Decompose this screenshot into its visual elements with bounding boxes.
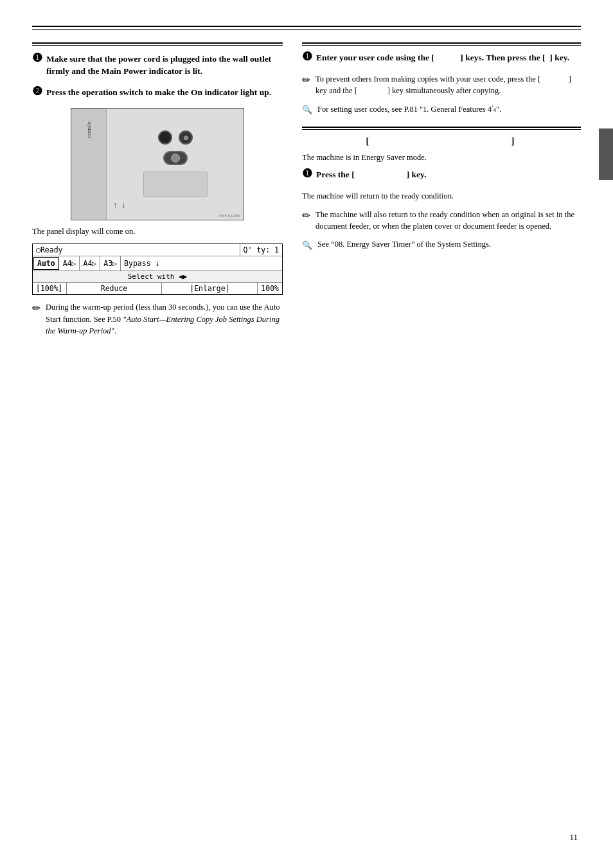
auto-text: Auto bbox=[37, 259, 55, 268]
step-1: ❶ Make sure that the power cord is plugg… bbox=[32, 53, 283, 78]
a4r-cell: A4▷ bbox=[80, 256, 100, 270]
enlarge-cell: |Enlarge| bbox=[162, 283, 258, 294]
page-container: ❶ Make sure that the power cord is plugg… bbox=[0, 0, 613, 868]
left-panel: csimile bbox=[71, 109, 107, 220]
panel-label: csimile bbox=[85, 121, 92, 138]
energy-saver-section: [ ] The machine is in Energy Saver mode.… bbox=[302, 127, 581, 251]
ready-return-text: The machine will return to the ready con… bbox=[302, 190, 581, 202]
energy-step-1-number: ❶ bbox=[302, 168, 312, 181]
zoom-cell: [100%] bbox=[33, 283, 67, 294]
auto-button: Auto bbox=[33, 257, 59, 270]
right-column: ❶ Enter your user code using the [ ] key… bbox=[302, 42, 581, 842]
panel-row-1: ◯Ready Q' ty: 1 bbox=[33, 244, 282, 256]
energy-step-1: ❶ Press the [ ] key. bbox=[302, 169, 581, 181]
indicator-dot bbox=[158, 130, 172, 145]
a4r-text: A4▷ bbox=[83, 259, 96, 268]
step-1-number: ❶ bbox=[32, 52, 42, 78]
pencil-icon-3 bbox=[302, 209, 310, 222]
right-rule-thin bbox=[302, 45, 581, 46]
enlarge-text: |Enlarge| bbox=[190, 284, 229, 293]
note-right-2-text: For setting user codes, see P.81 "1. Gen… bbox=[317, 103, 501, 115]
top-rule-thick bbox=[32, 26, 581, 27]
machine-state-text: The machine is in Energy Saver mode. bbox=[302, 152, 581, 164]
two-column-layout: ❶ Make sure that the power cord is plugg… bbox=[32, 42, 581, 842]
bypass-cell: Bypass ↓ bbox=[121, 256, 163, 270]
right-rule-thick bbox=[302, 42, 581, 44]
right-step-1-text: Enter your user code using the [ ] keys.… bbox=[316, 52, 569, 64]
qty-text: Q' ty: 1 bbox=[244, 245, 279, 254]
panel-caption: The panel display will come on. bbox=[32, 226, 283, 238]
note-pencil-3: The machine will also return to the read… bbox=[302, 209, 581, 232]
a4-cell: A4▷ bbox=[60, 256, 80, 270]
reduce-cell: Reduce bbox=[67, 283, 163, 294]
right-panel: ⊛ bbox=[107, 109, 244, 220]
ready-text: ◯Ready bbox=[36, 245, 63, 254]
pct-text: 100% bbox=[261, 284, 279, 293]
step-2: ❷ Press the operation switch to make the… bbox=[32, 87, 283, 99]
bypass-text: Bypass ↓ bbox=[124, 259, 159, 268]
energy-rule-thick bbox=[302, 127, 581, 128]
left-column: ❶ Make sure that the power cord is plugg… bbox=[32, 42, 283, 842]
note1-text: During the warm-up period (less than 30 … bbox=[46, 301, 283, 336]
magnify-icon-1 bbox=[302, 103, 312, 115]
note-right-1-text: To prevent others from making copies wit… bbox=[315, 73, 581, 96]
power-symbol: ⊛ bbox=[179, 130, 193, 145]
panel-row-2b: Select with ◀▶ bbox=[33, 271, 282, 283]
step-1-text: Make sure that the power cord is plugged… bbox=[46, 53, 283, 78]
a3-cell: A3▷ bbox=[100, 256, 121, 270]
on-circle bbox=[171, 154, 180, 163]
on-off-button bbox=[163, 151, 188, 165]
note-magnify-2: See “08. Energy Saver Timer” of the Syst… bbox=[302, 238, 581, 251]
energy-step-1-text: Press the [ ] key. bbox=[316, 169, 427, 181]
step-2-text: Press the operation switch to make the O… bbox=[46, 87, 271, 99]
a3-text: A3▷ bbox=[103, 259, 117, 268]
note-right-4-text: See “08. Energy Saver Timer” of the Syst… bbox=[317, 238, 491, 250]
a4-text: A4▷ bbox=[63, 259, 76, 268]
left-rule-thin bbox=[32, 45, 283, 46]
bottom-arrows: ↑ ↓ bbox=[113, 200, 126, 210]
note-magnify-1: For setting user codes, see P.81 "1. Gen… bbox=[302, 103, 581, 115]
pencil-icon-r1 bbox=[302, 74, 310, 86]
zoom-text: [100%] bbox=[36, 284, 63, 293]
note-right-3-text: The machine will also return to the read… bbox=[315, 209, 581, 232]
panel-row-3: [100%] Reduce |Enlarge| 100% bbox=[33, 283, 282, 294]
pct-cell: 100% bbox=[258, 283, 282, 294]
select-text: Select with ◀▶ bbox=[128, 272, 188, 281]
right-sidebar-tab bbox=[599, 128, 613, 180]
bracket-heading: [ ] bbox=[302, 136, 581, 146]
machine-illustration: ↗ csimile ⊛ bbox=[71, 108, 244, 220]
power-buttons: ⊛ bbox=[158, 130, 193, 145]
magnify-icon-2 bbox=[302, 239, 312, 251]
energy-rule-thin bbox=[302, 129, 581, 130]
pencil-icon bbox=[32, 302, 40, 314]
document-tray bbox=[143, 172, 208, 197]
panel-row-2: Auto A4▷ A4▷ A3▷ Bypass ↓ bbox=[33, 256, 282, 271]
model-label: THY8A30E bbox=[218, 213, 240, 218]
right-step-1-number: ❶ bbox=[302, 51, 312, 64]
step-2-number: ❷ bbox=[32, 85, 42, 99]
user-code-section: ❶ Enter your user code using the [ ] key… bbox=[302, 42, 581, 115]
qty-display: Q' ty: 1 bbox=[240, 244, 282, 256]
ready-indicator: ◯Ready bbox=[33, 244, 240, 256]
panel-display: ◯Ready Q' ty: 1 Auto A4▷ A4▷ bbox=[32, 244, 283, 295]
left-rule-thick bbox=[32, 42, 283, 44]
page-number: 11 bbox=[569, 832, 578, 842]
top-rule-thin bbox=[32, 29, 581, 30]
note-pencil-right-1: To prevent others from making copies wit… bbox=[302, 73, 581, 96]
reduce-text: Reduce bbox=[101, 284, 128, 293]
note-pencil-1: During the warm-up period (less than 30 … bbox=[32, 301, 283, 336]
right-step-1: ❶ Enter your user code using the [ ] key… bbox=[302, 52, 581, 64]
